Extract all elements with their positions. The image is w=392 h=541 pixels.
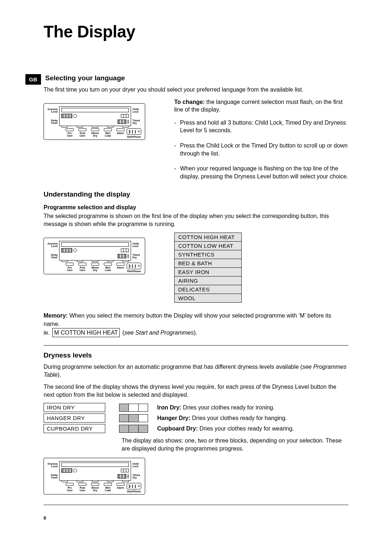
programme-para: The selected programme is shown on the f…	[44, 212, 348, 228]
start-pause-button: ❯❙❙	[127, 263, 141, 269]
language-badge: GB	[25, 74, 41, 85]
dryness-levels-list: IRON DRYIron Dry: Dries your clothes rea…	[44, 403, 348, 433]
thermometer-icon	[127, 474, 129, 479]
panel-label-dryness: DrynessLevel	[47, 108, 58, 113]
programme-cell: AIRING	[175, 276, 242, 285]
panel-label-child-lock: ChildLock	[132, 242, 142, 248]
panel-option: MiniLoad	[103, 128, 113, 137]
dryness-level-desc: Cupboard Dry: Dries your clothes ready f…	[157, 425, 294, 432]
panel-option: MixedDry	[90, 483, 100, 492]
display-panel-figure: DrynessLevelDelayTimerChildLockTimedDryP…	[44, 458, 145, 494]
dryness-level-label: IRON DRY	[44, 403, 105, 412]
panel-label-dryness: DrynessLevel	[47, 242, 58, 248]
programme-cell: BED & BATH	[175, 259, 242, 267]
page-number: 6	[44, 515, 348, 521]
dryness-level-desc: Iron Dry: Dries your clothes ready for i…	[157, 404, 275, 411]
panel-label-delay: DelayTimer	[47, 254, 58, 259]
play-pause-icon: ❯❙❙	[128, 264, 137, 268]
start-pause-label: Start/Pause	[127, 490, 141, 493]
thermometer-icon	[127, 120, 129, 124]
language-step: -Press the Child Lock or the Timed Dry b…	[174, 142, 348, 157]
dryness-level-row: HANGER DRYHanger Dry: Dries your clothes…	[44, 413, 348, 423]
panel-label-child-lock: ChildLock	[132, 108, 142, 113]
intro-selecting-language: The first time you turn on your dryer yo…	[44, 86, 348, 94]
programme-cell: EASY IRON	[175, 267, 242, 276]
panel-label-timed-dry: TimedDry	[132, 474, 142, 479]
start-pause-button: ❯❙❙	[127, 483, 141, 489]
memory-example-box: M COTTON HIGH HEAT	[52, 328, 119, 337]
programme-cell: COTTON HIGH HEAT	[175, 233, 242, 241]
heading-dryness: Dryness levels	[44, 351, 348, 359]
heading-selecting-language: Selecting your language	[45, 74, 349, 82]
panel-label-delay: DelayTimer	[47, 119, 58, 125]
programme-cell: SYNTHETICS	[175, 250, 242, 259]
divider	[44, 505, 348, 505]
panel-label-child-lock: ChildLock	[132, 463, 142, 468]
dryness-blocks-icon	[119, 425, 148, 433]
play-pause-icon: ❯❙❙	[128, 484, 137, 488]
panel-option: PreCare	[65, 263, 74, 272]
dryness-level-row: CUPBOARD DRYCupboard Dry: Dries your clo…	[44, 424, 348, 433]
dryness-level-desc: Hanger Dry: Dries your clothes ready for…	[157, 415, 287, 421]
dryness-level-row: IRON DRYIron Dry: Dries your clothes rea…	[44, 403, 348, 412]
panel-option: PostCare	[78, 128, 87, 137]
language-steps-list: -Press and hold all 3 buttons: Child Loc…	[174, 119, 348, 181]
to-change-text: To change: the language current selectio…	[174, 98, 348, 114]
panel-option: MixedDry	[90, 128, 100, 137]
dryness-blocks-icon	[119, 414, 148, 422]
start-pause-label: Start/Pause	[127, 136, 141, 138]
dryness-note: The display also shows: one, two or thre…	[122, 437, 348, 452]
panel-option: MixedDry	[90, 263, 100, 272]
panel-label-delay: DelayTimer	[47, 474, 58, 479]
programme-cell: COTTON LOW HEAT	[175, 241, 242, 250]
play-pause-icon: ❯❙❙	[128, 130, 137, 133]
language-step: -When your required language is flashing…	[174, 165, 348, 180]
refresh-icon	[73, 469, 77, 472]
sub-heading-programme: Programme selection and display	[44, 204, 348, 211]
display-screen	[59, 461, 131, 481]
panel-option: PostCare	[78, 263, 87, 272]
panel-option: PreCare	[65, 483, 74, 492]
refresh-icon	[73, 249, 77, 252]
panel-label-dryness: DrynessLevel	[47, 463, 58, 468]
panel-option: MiniLoad	[103, 263, 113, 272]
panel-label-timed-dry: TimedDry	[132, 119, 142, 125]
heading-understanding: Understanding the display	[44, 190, 348, 198]
language-step: -Press and hold all 3 buttons: Child Loc…	[174, 119, 348, 134]
display-screen	[59, 106, 131, 126]
programme-cell: DELICATES	[175, 285, 242, 294]
start-pause-label: Start/Pause	[127, 270, 141, 272]
dryness-level-label: HANGER DRY	[44, 413, 105, 423]
panel-label-timed-dry: TimedDry	[132, 254, 142, 259]
panel-option: Alarm	[116, 483, 125, 492]
panel-option: MiniLoad	[103, 483, 113, 492]
divider	[44, 345, 348, 346]
start-pause-button: ❯❙❙	[127, 128, 141, 135]
display-panel-figure: DrynessLevelDelayTimerChildLockTimedDryP…	[44, 238, 145, 274]
page-title: The Display	[44, 22, 348, 41]
programme-table: COTTON HIGH HEATCOTTON LOW HEATSYNTHETIC…	[174, 233, 242, 303]
display-screen	[59, 241, 131, 261]
panel-option: PostCare	[78, 483, 87, 492]
memory-note: Memory: When you select the memory butto…	[44, 311, 348, 338]
programme-cell: WOOL	[175, 294, 242, 302]
dryness-blocks-icon	[119, 404, 148, 412]
dryness-para-2: The second line of the display shows the…	[44, 383, 348, 399]
display-panel-figure: DrynessLevelDelayTimerChildLockTimedDryP…	[44, 103, 145, 140]
panel-option: Alarm	[116, 263, 125, 272]
thermometer-icon	[127, 254, 129, 258]
dryness-para-1: During programme selection for an automa…	[44, 363, 348, 379]
panel-option: Alarm	[116, 128, 125, 137]
refresh-icon	[73, 114, 77, 118]
panel-option: PreCare	[65, 128, 74, 137]
dryness-level-label: CUPBOARD DRY	[44, 424, 105, 433]
